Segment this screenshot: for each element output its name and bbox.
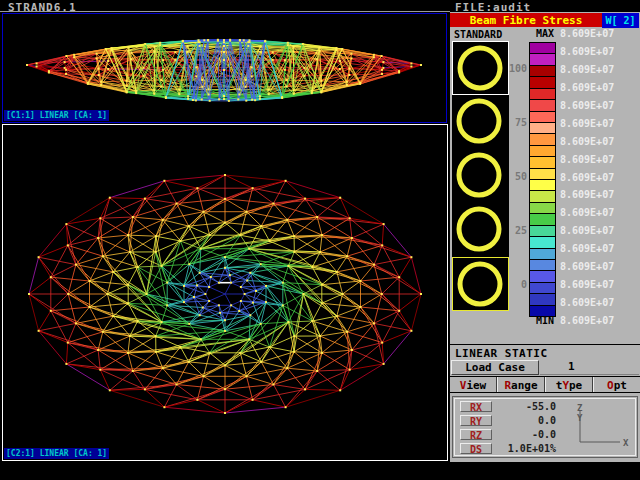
button-label: pt bbox=[614, 379, 627, 392]
beam-section-icon bbox=[452, 203, 507, 255]
button-label: iew bbox=[466, 379, 486, 392]
scale-tick: 75 bbox=[503, 117, 527, 128]
window-badge[interactable]: W[ 2] bbox=[602, 13, 639, 28]
scale-tick: 0 bbox=[503, 279, 527, 290]
scale-segment bbox=[530, 54, 555, 65]
scale-segment bbox=[530, 226, 555, 237]
analysis-type-label: LINEAR STATIC bbox=[455, 347, 548, 360]
ry-value: 0.0 bbox=[500, 415, 556, 426]
scale-segment bbox=[530, 271, 555, 282]
section-box[interactable] bbox=[452, 257, 509, 311]
button-label: pe bbox=[569, 379, 582, 392]
scale-segment bbox=[530, 237, 555, 248]
load-case-button[interactable]: Load Case bbox=[451, 360, 539, 375]
scale-segment bbox=[530, 260, 555, 271]
button-label: O bbox=[607, 379, 614, 392]
ds-button[interactable]: DS bbox=[460, 443, 492, 454]
scale-value: 8.609E+07 bbox=[560, 225, 614, 236]
scale-value: 8.609E+07 bbox=[560, 154, 614, 165]
top-divider bbox=[0, 11, 450, 12]
scale-bar bbox=[529, 42, 556, 317]
section-box[interactable] bbox=[452, 95, 509, 149]
opt-button[interactable]: Opt bbox=[593, 377, 640, 392]
scale-tick: 25 bbox=[503, 225, 527, 236]
scale-value: 8.609E+07 bbox=[560, 207, 614, 218]
scale-segment bbox=[530, 146, 555, 157]
section-divider bbox=[450, 344, 640, 345]
scale-segment bbox=[530, 203, 555, 214]
type-button[interactable]: tYpe bbox=[545, 377, 593, 392]
scale-segment bbox=[530, 43, 555, 54]
view-button[interactable]: View bbox=[450, 377, 497, 392]
scale-value: 8.609E+07 bbox=[560, 100, 614, 111]
scale-value: 8.609E+07 bbox=[560, 279, 614, 290]
beam-section-icon bbox=[452, 95, 507, 147]
scale-segment bbox=[530, 112, 555, 123]
results-panel: Beam Fibre Stress W[ 2] STANDARD MAX MIN… bbox=[450, 12, 640, 462]
scale-tick: 100 bbox=[503, 63, 527, 74]
axis-y-label: Y bbox=[577, 413, 583, 423]
scale-value: 8.609E+07 bbox=[560, 118, 614, 129]
beam-section-icon bbox=[452, 149, 507, 201]
rz-button[interactable]: RZ bbox=[460, 429, 492, 440]
section-box[interactable] bbox=[452, 203, 509, 257]
axis-x-label: X bbox=[623, 438, 629, 448]
ry-button[interactable]: RY bbox=[460, 415, 492, 426]
standard-label: STANDARD bbox=[454, 29, 502, 40]
scale-value: 8.609E+07 bbox=[560, 172, 614, 183]
scale-value: 8.609E+07 bbox=[560, 28, 614, 39]
scale-segment bbox=[530, 306, 555, 316]
scale-segment bbox=[530, 294, 555, 305]
axis-z-label: Z bbox=[577, 403, 583, 413]
axis-triad: Z Y X bbox=[568, 402, 638, 456]
rx-button[interactable]: RX bbox=[460, 401, 492, 412]
scale-segment bbox=[530, 100, 555, 111]
scale-value: 8.609E+07 bbox=[560, 243, 614, 254]
section-box[interactable] bbox=[452, 41, 509, 95]
scale-segment bbox=[530, 157, 555, 168]
max-label: MAX bbox=[536, 28, 554, 39]
scale-value: 8.609E+07 bbox=[560, 64, 614, 75]
scale-segment bbox=[530, 180, 555, 191]
viewport-label: [C1:1] LINEAR [CA: 1] bbox=[4, 110, 109, 121]
scale-value: 8.609E+07 bbox=[560, 46, 614, 57]
scale-segment bbox=[530, 66, 555, 77]
scale-value: 8.609E+07 bbox=[560, 82, 614, 93]
viewport-plan[interactable]: [C2:1] LINEAR [CA: 1] bbox=[2, 124, 448, 461]
scale-segment bbox=[530, 77, 555, 88]
result-title-bar: Beam Fibre Stress bbox=[450, 13, 602, 27]
scale-value: 8.609E+07 bbox=[560, 189, 614, 200]
section-box[interactable] bbox=[452, 149, 509, 203]
scale-value: 8.609E+07 bbox=[560, 297, 614, 308]
scale-value: 8.609E+07 bbox=[560, 261, 614, 272]
elevation-model-svg[interactable] bbox=[3, 14, 446, 122]
button-label: ange bbox=[511, 379, 538, 392]
scale-segment bbox=[530, 191, 555, 202]
load-case-value[interactable]: 1 bbox=[540, 360, 639, 375]
plan-model-svg[interactable] bbox=[3, 125, 447, 460]
toolbar: ViewRangetYpeOpt bbox=[450, 376, 640, 393]
beam-section-icon bbox=[453, 258, 508, 310]
scale-segment bbox=[530, 123, 555, 134]
scale-segment bbox=[530, 134, 555, 145]
rx-value: -55.0 bbox=[500, 401, 556, 412]
scale-segment bbox=[530, 249, 555, 260]
scale-value: 8.609E+07 bbox=[560, 136, 614, 147]
viewport-elevation[interactable]: [C1:1] LINEAR [CA: 1] bbox=[2, 13, 447, 123]
scale-segment bbox=[530, 214, 555, 225]
range-button[interactable]: Range bbox=[497, 377, 545, 392]
ds-value: 1.0E+01% bbox=[500, 443, 556, 454]
beam-section-icon bbox=[453, 42, 508, 94]
scale-segment bbox=[530, 89, 555, 100]
viewport-label: [C2:1] LINEAR [CA: 1] bbox=[4, 448, 109, 459]
rz-value: -0.0 bbox=[500, 429, 556, 440]
scale-value: 8.609E+07 bbox=[560, 315, 614, 326]
scale-tick: 50 bbox=[503, 171, 527, 182]
scale-segment bbox=[530, 283, 555, 294]
scale-segment bbox=[530, 169, 555, 180]
button-label: Y bbox=[562, 379, 569, 392]
